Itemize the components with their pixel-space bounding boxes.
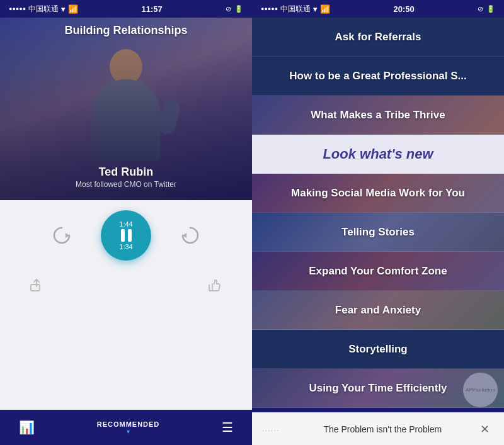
nav-music-icon[interactable]: 📊 — [19, 420, 35, 436]
player-controls: 1:44 1:34 — [13, 210, 239, 261]
carrier-name-left: 中国联通 — [28, 4, 59, 14]
album-title-bar: Building Relationships — [0, 18, 252, 42]
album-title: Building Relationships — [10, 24, 242, 37]
episodes-list: Ask for Referrals How to be a Great Prof… — [252, 18, 504, 412]
play-pause-button[interactable]: 1:44 1:34 — [101, 210, 151, 261]
carrier-right: ●●●●● 中国联通 ▾ 📶 — [261, 4, 330, 14]
list-item[interactable]: What Makes a Tribe Thrive — [252, 96, 504, 135]
carrier-left: ●●●●● 中国联通 ▾ 📶 — [9, 4, 78, 14]
rewind-button[interactable] — [48, 222, 76, 249]
list-item[interactable]: Telling Stories — [252, 213, 504, 252]
nav-recommended-label[interactable]: RECOMMENDED ▾ — [97, 420, 160, 435]
speaker-subtitle: Most followed CMO on Twitter — [0, 180, 252, 189]
player-actions — [13, 273, 239, 296]
current-track-title: The Problem isn't the Problem — [290, 424, 475, 434]
battery-left: ⊘ 🔋 — [226, 5, 243, 13]
time-above: 1:44 — [119, 220, 132, 228]
bottom-bar-right: ...... The Problem isn't the Problem ✕ — [252, 412, 504, 445]
player-section: 1:44 1:34 — [0, 200, 252, 410]
right-phone: ●●●●● 中国联通 ▾ 📶 20:50 ⊘ 🔋 Ask for Referra… — [252, 0, 504, 445]
left-phone: ●●●●● 中国联通 ▾ 📶 11:57 ⊘ 🔋 Building Relati… — [0, 0, 252, 445]
forward-button[interactable] — [176, 222, 204, 249]
time-left: 11:57 — [141, 4, 162, 14]
speaker-name: Ted Rubin — [0, 166, 252, 179]
list-item[interactable]: How to be a Great Professional S... — [252, 57, 504, 96]
battery-right: ⊘ 🔋 — [478, 5, 495, 13]
progress-dots: ...... — [262, 425, 280, 432]
svg-rect-2 — [31, 284, 40, 291]
bottom-nav-left: 📊 RECOMMENDED ▾ ☰ — [0, 410, 252, 445]
status-bar-right: ●●●●● 中国联通 ▾ 📶 20:50 ⊘ 🔋 — [252, 0, 504, 18]
list-item-new[interactable]: Look what's new — [252, 135, 504, 174]
list-item[interactable]: Expand Your Comfort Zone — [252, 252, 504, 291]
list-item[interactable]: Fear and Anxiety — [252, 291, 504, 330]
list-item[interactable]: Storytelling — [252, 330, 504, 369]
speaker-info: Ted Rubin Most followed CMO on Twitter — [0, 166, 252, 189]
nav-menu-icon[interactable]: ☰ — [222, 420, 233, 435]
close-button[interactable]: ✕ — [475, 422, 494, 436]
list-item[interactable]: Using Your Time Efficiently — [252, 369, 504, 408]
status-bar-left: ●●●●● 中国联通 ▾ 📶 11:57 ⊘ 🔋 — [0, 0, 252, 18]
pause-icon — [121, 229, 132, 242]
list-item[interactable]: Making Social Media Work for You — [252, 174, 504, 213]
nav-chevron-icon: ▾ — [127, 428, 130, 435]
new-label: Look what's new — [323, 146, 433, 162]
time-below: 1:34 — [119, 243, 132, 251]
carrier-name-right: 中国联通 — [280, 4, 311, 14]
time-right: 20:50 — [393, 4, 414, 14]
like-button[interactable] — [204, 273, 227, 296]
share-button[interactable] — [25, 273, 48, 296]
list-item[interactable]: Ask for Referrals — [252, 18, 504, 57]
album-art: Building Relationships Ted Rubin Most fo… — [0, 18, 252, 200]
